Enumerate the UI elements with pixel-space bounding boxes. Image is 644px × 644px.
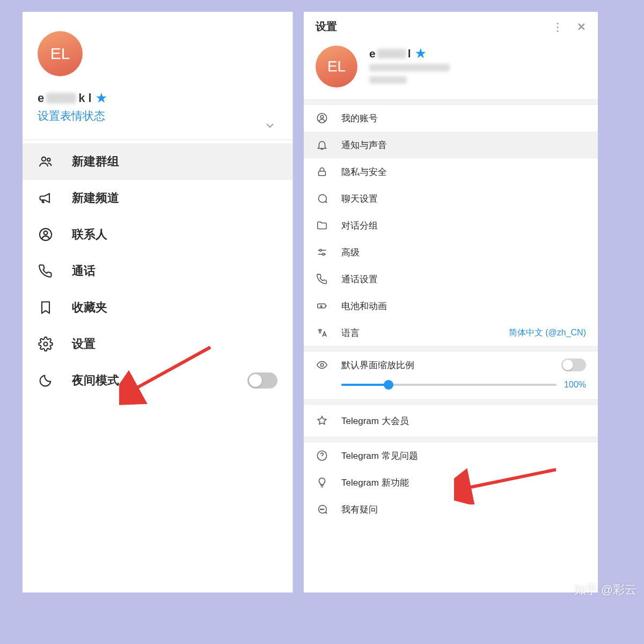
lock-icon [316, 165, 328, 178]
set-emoji-status-link[interactable]: 设置表情状态 [38, 108, 277, 123]
settings-item-notifications[interactable]: 通知与声音 [304, 131, 598, 158]
svg-point-19 [321, 509, 322, 509]
settings-item-privacy[interactable]: 隐私与安全 [304, 158, 598, 185]
close-icon[interactable]: ✕ [577, 20, 586, 33]
help-icon [316, 449, 328, 462]
menu-label: 设置 [72, 336, 96, 352]
menu-drawer: EL e k l ★ 设置表情状态 新建群组 [23, 12, 293, 592]
eye-icon [316, 358, 328, 371]
night-mode-toggle[interactable] [247, 372, 277, 389]
menu-label: 夜间模式 [72, 372, 119, 389]
settings-scale-section: 默认界面缩放比例 100% [304, 352, 598, 399]
premium-star-icon: ★ [96, 91, 107, 105]
username[interactable]: e k l ★ [38, 91, 277, 105]
settings-section-general: 我的账号 通知与声音 隐私与安全 聊天设置 对话分组 高级 [304, 105, 598, 346]
settings-section-help: Telegram 常见问题 Telegram 新功能 我有疑问 [304, 442, 598, 523]
settings-panel: 设置 ⋮ ✕ EL e l ★ 我的账号 [304, 12, 598, 592]
star-icon [316, 414, 328, 427]
settings-item-advanced[interactable]: 高级 [304, 239, 598, 266]
bell-icon [316, 138, 328, 151]
settings-item-chat[interactable]: 聊天设置 [304, 185, 598, 212]
svg-point-1 [47, 158, 50, 162]
phone-icon [316, 273, 328, 286]
menu-label: 新建频道 [72, 190, 119, 206]
chevron-down-icon[interactable] [264, 119, 276, 136]
bookmark-icon [38, 299, 54, 316]
menu-label: 新建群组 [72, 153, 119, 170]
menu-saved[interactable]: 收藏夹 [23, 289, 292, 326]
premium-star-icon: ★ [415, 47, 426, 61]
language-value: 简体中文 (@zh_CN) [509, 327, 586, 339]
settings-title: 设置 [316, 19, 337, 34]
menu-label: 收藏夹 [72, 299, 107, 316]
settings-item-ask[interactable]: 我有疑问 [304, 496, 598, 523]
svg-point-3 [44, 231, 48, 235]
menu-label: 通话 [72, 263, 96, 279]
menu-new-channel[interactable]: 新建频道 [23, 180, 292, 216]
svg-point-18 [320, 509, 321, 509]
settings-item-folders[interactable]: 对话分组 [304, 212, 598, 239]
person-icon [38, 226, 54, 243]
battery-icon [316, 299, 328, 312]
scale-toggle[interactable] [561, 358, 586, 371]
group-icon [38, 153, 54, 170]
megaphone-icon [38, 190, 54, 206]
chat-dots-icon [316, 503, 328, 516]
handle-blurred [369, 76, 450, 85]
scale-label: 默认界面缩放比例 [341, 359, 414, 371]
svg-point-4 [44, 342, 48, 346]
folder-icon [316, 219, 328, 232]
settings-item-features[interactable]: Telegram 新功能 [304, 469, 598, 496]
settings-header: 设置 ⋮ ✕ [304, 12, 598, 39]
scale-value: 100% [564, 380, 586, 390]
svg-point-12 [323, 253, 325, 255]
svg-point-20 [323, 509, 324, 509]
phone-icon [38, 263, 54, 279]
scale-slider[interactable] [341, 384, 557, 386]
settings-item-premium[interactable]: Telegram 大会员 [304, 405, 598, 437]
avatar[interactable]: EL [38, 31, 83, 76]
svg-point-0 [42, 157, 46, 161]
settings-item-call-settings[interactable]: 通话设置 [304, 266, 598, 292]
drawer-menu: 新建群组 新建频道 联系人 通话 [23, 143, 292, 399]
bulb-icon [316, 476, 328, 489]
menu-night-mode[interactable]: 夜间模式 [23, 362, 292, 399]
settings-item-faq[interactable]: Telegram 常见问题 [304, 442, 598, 469]
settings-item-language[interactable]: 语言 简体中文 (@zh_CN) [304, 319, 598, 346]
phone-number-blurred [369, 64, 450, 73]
username-blurred [46, 93, 76, 104]
person-icon [316, 112, 328, 125]
menu-calls[interactable]: 通话 [23, 253, 292, 289]
watermark: 知乎 @彩云 [574, 582, 636, 598]
menu-label: 联系人 [72, 226, 107, 243]
more-icon[interactable]: ⋮ [552, 20, 563, 33]
svg-point-7 [320, 115, 324, 119]
svg-point-11 [319, 250, 321, 252]
language-icon [316, 326, 328, 339]
gear-icon [38, 336, 54, 352]
username: e l ★ [369, 47, 450, 61]
settings-item-account[interactable]: 我的账号 [304, 105, 598, 131]
sliders-icon [316, 246, 328, 259]
svg-point-15 [320, 363, 324, 367]
menu-new-group[interactable]: 新建群组 [23, 143, 292, 180]
settings-item-battery[interactable]: 电池和动画 [304, 292, 598, 319]
avatar[interactable]: EL [316, 46, 357, 87]
moon-icon [38, 372, 54, 389]
profile-block[interactable]: EL e l ★ [304, 39, 598, 99]
menu-contacts[interactable]: 联系人 [23, 216, 292, 253]
svg-rect-8 [319, 171, 326, 175]
chat-icon [316, 192, 328, 205]
menu-settings[interactable]: 设置 [23, 326, 292, 362]
